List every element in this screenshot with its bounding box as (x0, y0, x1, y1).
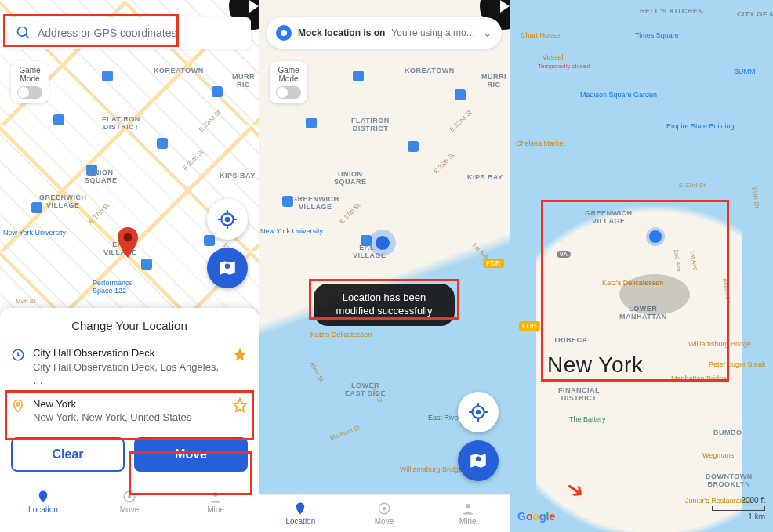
move-button[interactable]: Move (134, 437, 248, 472)
neighborhood-label: MURRI RIC (481, 74, 506, 89)
neighborhood-label: FLATIRON DISTRICT (351, 118, 390, 133)
neighborhood-label: KIPS BAY (467, 174, 503, 182)
map-mode-button[interactable] (207, 248, 248, 288)
locate-me-button[interactable] (207, 199, 248, 240)
poi-label: New York University (260, 227, 323, 235)
poi-label: Performance Space 122 (93, 279, 133, 295)
star-icon[interactable] (232, 346, 248, 362)
screenshot-panel-3: HELL'S KITCHEN CITY OF Mi GREENWICH VILL… (510, 0, 773, 532)
svg-point-11 (16, 403, 20, 406)
current-location-dot (372, 232, 394, 254)
screenshot-panel-1: KOREATOWN MURR RIC FLATIRON DISTRICT UNI… (0, 0, 259, 532)
poi-label: Madison Square Garden (580, 91, 657, 99)
poi-label: Times Square (635, 31, 679, 39)
city-label: New York (547, 353, 643, 378)
poi-label: Peter Luger Steak (709, 360, 766, 368)
map-pin-icon[interactable] (118, 227, 138, 255)
tab-move[interactable]: Move (86, 483, 172, 520)
mock-location-banner[interactable]: Mock location is on You're using a moc… … (267, 17, 502, 49)
game-mode-label: Game Mode (270, 66, 307, 83)
tab-location[interactable]: Location (0, 483, 86, 520)
poi-label: Vessel (543, 53, 564, 61)
neighborhood-label: UNION SQUARE (85, 169, 118, 185)
transit-marker (306, 118, 317, 128)
button-row: Clear Move (11, 437, 248, 472)
location-text: New York New York, New York, United Stat… (33, 397, 224, 425)
neighborhood-label: CITY OF Mi (737, 11, 773, 19)
transit-marker (408, 141, 419, 152)
neighborhood-label: MURR RIC (232, 74, 255, 89)
current-location-dot (649, 230, 662, 243)
neighborhood-label: DUMBO (713, 429, 742, 437)
bottom-tab-bar: Location Move Mine (0, 483, 259, 520)
location-sheet: Change Your Location City Hall Observati… (0, 308, 259, 532)
transit-marker (455, 89, 466, 100)
toggle-switch[interactable] (276, 86, 301, 99)
neighborhood-label: KIPS BAY (220, 172, 256, 180)
neighborhood-label: HELL'S KITCHEN (640, 8, 703, 16)
locate-me-button[interactable] (458, 392, 499, 432)
location-text: City Hall Observation Deck City Hall Obs… (33, 346, 224, 388)
transit-marker (53, 114, 64, 125)
clear-button[interactable]: Clear (11, 437, 125, 472)
tab-mine[interactable]: Mine (426, 495, 510, 532)
poi-label: Wegmans (702, 451, 734, 459)
game-mode-toggle-card[interactable]: Game Mode (270, 61, 307, 103)
poi-label: Empire State Building (666, 122, 735, 130)
location-item[interactable]: New York New York, New York, United Stat… (11, 393, 248, 429)
search-bar[interactable] (8, 17, 251, 49)
poi-label: Katz's Delicatessen (310, 331, 372, 338)
star-outline-icon[interactable] (232, 397, 248, 413)
neighborhood-label: GREENWICH VILLAGE (39, 194, 87, 210)
transit-marker (157, 138, 168, 149)
transit-marker (204, 235, 215, 246)
transit-marker (102, 71, 113, 81)
svg-point-22 (383, 507, 386, 511)
street-label: E 23rd St (679, 182, 705, 189)
svg-point-21 (476, 457, 481, 462)
location-dot-icon (276, 25, 292, 41)
tab-mine[interactable]: Mine (172, 483, 259, 520)
svg-point-2 (124, 233, 132, 242)
neighborhood-label: TRIBECA (553, 337, 588, 345)
svg-point-0 (18, 27, 27, 37)
svg-point-24 (466, 504, 470, 508)
toggle-switch[interactable] (17, 86, 42, 99)
pin-outline-icon (11, 399, 25, 413)
poi-label: New York University (3, 229, 66, 237)
transit-marker (353, 71, 364, 81)
chevron-down-icon[interactable]: ⌄ (483, 27, 492, 39)
location-item[interactable]: City Hall Observation Deck City Hall Obs… (11, 342, 248, 393)
game-mode-label: Game Mode (11, 66, 49, 83)
transit-marker (212, 86, 223, 97)
search-input[interactable] (38, 27, 243, 39)
neighborhood-label: KOREATOWN (405, 67, 455, 75)
neighborhood-label: DOWNTOWN BROOKLYN (706, 473, 753, 489)
poi-label: SUMM (734, 67, 756, 75)
svg-line-1 (26, 35, 29, 38)
map-mode-button[interactable] (458, 440, 499, 481)
success-toast: Location has been modified successfully (314, 284, 455, 326)
google-logo: Google (517, 510, 555, 523)
neighborhood-label: KOREATOWN (154, 67, 204, 75)
neighborhood-label: GREENWICH VILLAGE (292, 196, 339, 212)
tab-move[interactable]: Move (343, 495, 426, 532)
svg-point-12 (128, 494, 132, 498)
route-shield: FDR (519, 321, 540, 331)
transit-marker (141, 259, 152, 270)
sheet-title: Change Your Location (11, 319, 248, 332)
tab-location[interactable]: Location (259, 495, 343, 532)
search-icon (16, 25, 31, 41)
poi-label: The Battery (569, 415, 606, 423)
banner-title: Mock location is on (298, 27, 385, 38)
svg-point-4 (226, 218, 229, 221)
neighborhood-label: UNION SQUARE (334, 171, 367, 186)
game-mode-toggle-card[interactable]: Game Mode (11, 61, 49, 103)
screenshot-panel-2: KOREATOWN MURRI RIC FLATIRON DISTRICT UN… (259, 0, 510, 532)
neighborhood-label: FINANCIAL DISTRICT (558, 387, 600, 403)
location-accuracy-shadow (619, 274, 690, 315)
poi-label: Chart House (521, 31, 561, 39)
poi-label: Williamsburg Bridge (400, 465, 463, 473)
neighborhood-label: GREENWICH VILLAGE (585, 210, 633, 226)
bottom-tab-bar: Location Move Mine (259, 494, 510, 532)
